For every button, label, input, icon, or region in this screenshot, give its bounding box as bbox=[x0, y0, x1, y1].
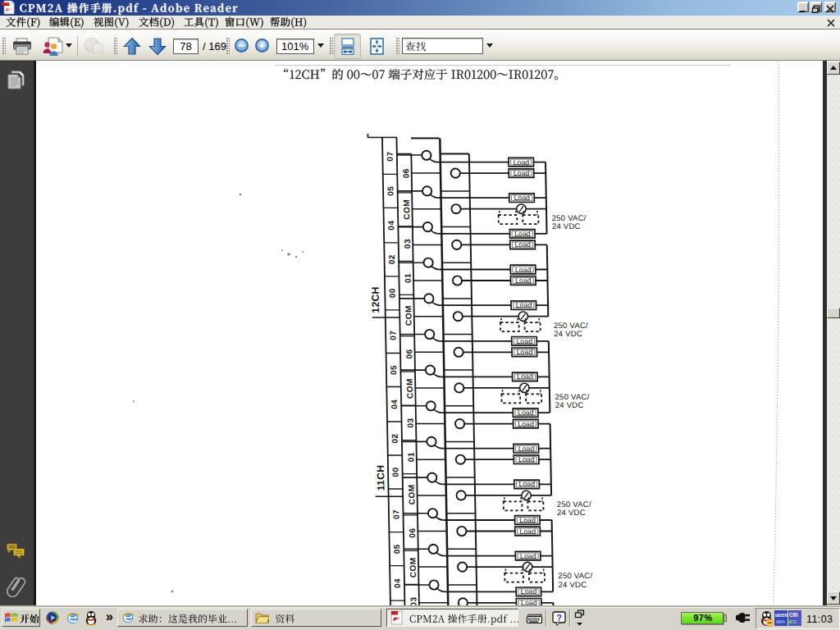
svg-text:00: 00 bbox=[387, 288, 396, 298]
svg-text:Load: Load bbox=[517, 373, 533, 381]
svg-text:COM: COM bbox=[407, 484, 416, 504]
svg-text:Load: Load bbox=[514, 230, 531, 238]
svg-text:00: 00 bbox=[390, 467, 399, 477]
svg-text:Load: Load bbox=[518, 455, 535, 463]
svg-text:Load: Load bbox=[514, 241, 531, 249]
svg-text:Load: Load bbox=[517, 348, 533, 356]
svg-text:01: 01 bbox=[403, 273, 412, 283]
svg-text:Load: Load bbox=[515, 276, 532, 285]
svg-text:IMA: IMA bbox=[776, 619, 786, 624]
svg-text:Load: Load bbox=[518, 481, 535, 489]
svg-text:250 VAC/: 250 VAC/ bbox=[554, 321, 588, 330]
svg-text:Load: Load bbox=[514, 158, 530, 167]
svg-text:12CH: 12CH bbox=[370, 286, 382, 313]
svg-text:Load: Load bbox=[516, 337, 532, 345]
svg-text:04: 04 bbox=[390, 399, 399, 409]
svg-text:Load: Load bbox=[519, 516, 536, 524]
svg-text:24 VDC: 24 VDC bbox=[558, 580, 587, 589]
svg-text:COM: COM bbox=[405, 378, 414, 399]
svg-text:05: 05 bbox=[386, 186, 395, 196]
svg-text:07: 07 bbox=[391, 509, 400, 519]
svg-text:Load: Load bbox=[516, 301, 532, 309]
svg-text:02: 02 bbox=[387, 254, 396, 264]
svg-text:03: 03 bbox=[406, 418, 415, 427]
svg-text:Load: Load bbox=[518, 420, 534, 428]
svg-text:06: 06 bbox=[408, 528, 417, 538]
svg-text:250 VAC/: 250 VAC/ bbox=[558, 571, 592, 580]
svg-text:Load: Load bbox=[518, 409, 534, 417]
svg-text:250 VAC/: 250 VAC/ bbox=[555, 392, 589, 401]
svg-text:05: 05 bbox=[389, 365, 398, 375]
svg-text:Cfil: Cfil bbox=[789, 612, 798, 618]
svg-text:Load: Load bbox=[515, 266, 532, 274]
svg-text:Load: Load bbox=[521, 599, 537, 605]
svg-text:COM: COM bbox=[409, 557, 418, 578]
svg-text:Load: Load bbox=[520, 552, 536, 560]
svg-text:05: 05 bbox=[392, 544, 401, 554]
svg-text:Load: Load bbox=[521, 587, 537, 596]
svg-text:250 VAC/: 250 VAC/ bbox=[557, 500, 591, 509]
svg-text:COM: COM bbox=[402, 199, 411, 220]
svg-text:03: 03 bbox=[409, 597, 418, 605]
svg-text:ucen: ucen bbox=[775, 612, 788, 618]
svg-text:07: 07 bbox=[386, 152, 395, 162]
svg-text:250 VAC/: 250 VAC/ bbox=[552, 213, 587, 222]
svg-text:06: 06 bbox=[401, 168, 410, 178]
svg-text:01: 01 bbox=[406, 452, 415, 462]
svg-text:Load: Load bbox=[514, 169, 530, 177]
svg-text:?: ? bbox=[556, 613, 562, 623]
svg-text:02: 02 bbox=[390, 433, 399, 443]
svg-text:Load: Load bbox=[518, 445, 535, 453]
svg-text:24 VDC: 24 VDC bbox=[555, 401, 584, 410]
svg-text:04: 04 bbox=[386, 221, 395, 231]
svg-text:07: 07 bbox=[388, 331, 397, 340]
svg-text:06: 06 bbox=[404, 349, 413, 358]
svg-text:24 VDC: 24 VDC bbox=[552, 221, 581, 231]
svg-text:Load: Load bbox=[514, 194, 530, 202]
svg-text:04: 04 bbox=[393, 578, 402, 588]
svg-text:11CH: 11CH bbox=[375, 465, 387, 491]
svg-text:COM: COM bbox=[404, 305, 413, 326]
svg-text:24 VDC: 24 VDC bbox=[554, 329, 582, 338]
svg-text:24 VDC: 24 VDC bbox=[557, 509, 586, 518]
svg-text:Load: Load bbox=[519, 527, 536, 536]
svg-text:03: 03 bbox=[403, 239, 412, 249]
